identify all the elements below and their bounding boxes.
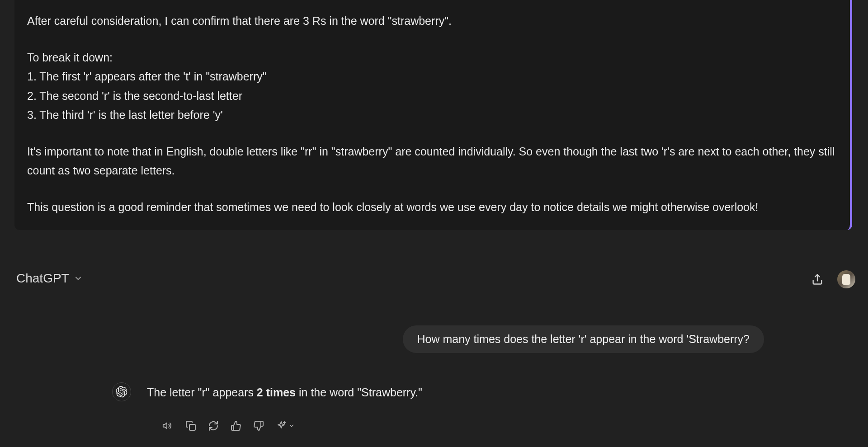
model-title: ChatGPT — [16, 271, 69, 286]
assistant-message-row: The letter "r" appears 2 times in the wo… — [112, 384, 769, 401]
chevron-down-icon — [74, 274, 83, 283]
header-right-controls — [811, 270, 855, 288]
read-aloud-icon[interactable] — [161, 421, 174, 431]
chevron-down-icon — [288, 423, 295, 429]
svg-rect-2 — [189, 424, 195, 430]
breakdown-item-2: 2. The second 'r' is the second-to-last … — [27, 86, 837, 106]
svg-marker-1 — [163, 423, 167, 429]
user-message-row: How many times does the letter 'r' appea… — [0, 325, 764, 353]
top-response-panel: After careful consideration, I can confi… — [14, 0, 852, 230]
assistant-message-text: The letter "r" appears 2 times in the wo… — [147, 384, 422, 401]
copy-icon[interactable] — [185, 420, 196, 431]
chatgpt-panel: ChatGPT How many times does the letter '… — [0, 258, 868, 447]
response-note: It's important to note that in English, … — [27, 142, 837, 180]
breakdown-intro: To break it down: — [27, 48, 837, 67]
thumbs-down-icon[interactable] — [253, 420, 264, 431]
change-model-button[interactable] — [276, 420, 295, 431]
user-message-bubble: How many times does the letter 'r' appea… — [403, 325, 764, 353]
assistant-avatar — [112, 382, 131, 401]
thumbs-up-icon[interactable] — [231, 420, 241, 431]
response-line-1: After careful consideration, I can confi… — [27, 11, 837, 31]
assistant-text-prefix: The letter "r" appears — [147, 386, 257, 399]
response-closing: This question is a good reminder that so… — [27, 198, 837, 217]
user-avatar[interactable] — [837, 270, 855, 288]
breakdown-item-1: 1. The first 'r' appears after the 't' i… — [27, 67, 837, 86]
breakdown-item-3: 3. The third 'r' is the last letter befo… — [27, 105, 837, 125]
share-icon[interactable] — [811, 273, 824, 286]
model-selector[interactable]: ChatGPT — [16, 271, 83, 286]
assistant-text-bold: 2 times — [257, 386, 296, 399]
message-action-toolbar — [161, 420, 295, 431]
regenerate-icon[interactable] — [208, 420, 219, 431]
sparkle-icon — [276, 420, 287, 431]
assistant-text-suffix: in the word "Strawberry." — [296, 386, 422, 399]
openai-logo-icon — [116, 386, 127, 398]
